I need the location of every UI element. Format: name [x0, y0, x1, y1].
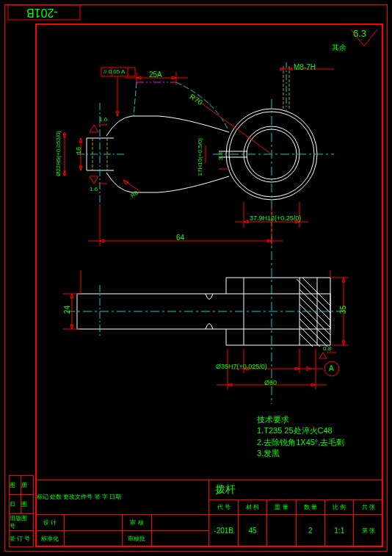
tech-req-2: 2.去除锐角1X45°,去毛刺 [257, 437, 344, 448]
checked-label: 审 核 [123, 514, 151, 530]
tech-requirements: 技术要求 1.T235 25处淬火C48 2.去除锐角1X45°,去毛刺 3.发… [257, 414, 344, 460]
designed-label: 设 计 [36, 514, 65, 530]
drawing-number-box [7, 4, 81, 21]
svg-line-57 [300, 319, 327, 347]
dim-379: 37.9H12(+0.25/0) [250, 214, 301, 222]
val-qty: 2 [296, 514, 324, 546]
col-weight: 重 量 [267, 500, 296, 515]
part-name: 拨杆 [209, 480, 383, 500]
dim-35: 35 [339, 306, 347, 314]
dim-bore35: Ø35H7(+0.025/0) [216, 363, 267, 370]
dim-24: 24 [63, 306, 71, 314]
col-code: 代 号 [209, 500, 238, 515]
approved-label: 标准化 [36, 530, 65, 546]
val-code: -201B [209, 514, 238, 546]
finish-08: 0.8 [323, 345, 331, 352]
tech-req-1: 1.T235 25处淬火C48 [257, 425, 344, 436]
col-scale: 比 例 [325, 500, 354, 515]
dim-25a: 25A [149, 71, 162, 79]
rev-header: 标记 处数 更改文件号 签 字 日期 [36, 480, 209, 515]
surface-finish-note: 其余 [332, 43, 346, 53]
finish-1: 1.6 [99, 116, 107, 123]
dim-16: 16 [75, 147, 82, 154]
dim-od60: Ø60 [264, 379, 277, 386]
col-sheet: 共 张 [354, 500, 383, 515]
dim-parallel: // 0.05 A [104, 68, 125, 75]
svg-line-59 [300, 333, 313, 347]
val-sheet: 第 张 [354, 514, 383, 546]
col-material: 材 料 [238, 500, 266, 515]
dim-17: 17H10(+0.5/0) [197, 138, 203, 176]
tech-req-3: 3.发黑 [257, 448, 344, 459]
dim-64: 64 [176, 234, 184, 242]
val-material: 45 [238, 514, 266, 546]
title-block: 标记 处数 更改文件号 签 字 日期 拨杆 代 号 材 料 重 量 数 量 比 … [35, 480, 383, 547]
dim-33: 3.3 [217, 152, 224, 160]
svg-line-35 [123, 180, 139, 191]
val-scale: 1:1 [325, 514, 354, 546]
main-drawing [44, 59, 382, 411]
tech-req-title: 技术要求 [257, 414, 344, 425]
col-qty: 数 量 [296, 500, 324, 515]
datum-a: A [329, 364, 334, 372]
surface-finish-triangle-icon [349, 28, 379, 48]
svg-line-20 [134, 82, 137, 116]
dim-thread: M8-7H [294, 63, 316, 71]
svg-rect-0 [8, 5, 80, 20]
dim-shaft: Ø22H9(+0.052/0) [55, 131, 62, 176]
side-labels: 图册 归图 旧版图 号 签 订 号 [9, 475, 34, 547]
svg-line-52 [297, 279, 330, 313]
svg-line-51 [302, 278, 330, 306]
proofed-label: 审核批 [123, 530, 151, 546]
finish-2: 1.6 [90, 186, 98, 192]
